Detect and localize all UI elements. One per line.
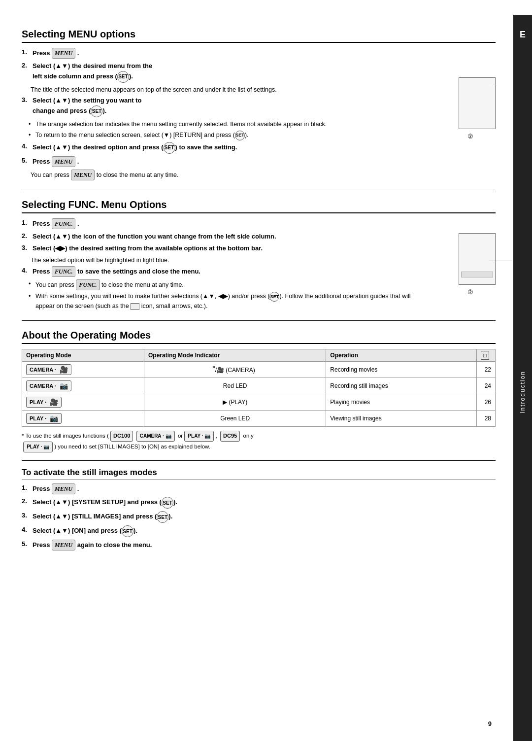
operation-rec-movies: Recording movies: [326, 362, 477, 378]
menu-key-4: MENU: [52, 483, 75, 494]
section4-title: To activate the still images modes: [22, 468, 496, 480]
section3-title: About the Operating Modes: [22, 330, 496, 344]
dc100-badge: DC100: [110, 431, 133, 442]
play-still-badge: PLAY · 📷: [26, 413, 62, 424]
operation-view-still: Viewing still images: [326, 411, 477, 427]
menu-key-5: MENU: [52, 540, 75, 550]
step-1-5-sub: You can press MENU to close the menu at …: [31, 170, 422, 180]
page-number: 9: [488, 720, 492, 727]
icon-placeholder: [131, 303, 139, 310]
set-btn-5: SET: [269, 292, 279, 302]
camera-still-badge: CAMERA · 📷: [26, 380, 71, 391]
page: Selecting MENU options 1. Press MENU . 2…: [0, 0, 532, 756]
step-2-3: 3. Select (◀▶) the desired setting from …: [22, 243, 422, 253]
table-row: CAMERA · 📷 Red LED Recording still image…: [22, 378, 496, 394]
func-key-1: FUNC.: [52, 218, 75, 229]
set-btn-7: SET: [157, 511, 168, 523]
indicator-play-rec: ▶ (PLAY): [144, 394, 326, 411]
bullet-1-3-1: The orange selection bar indicates the m…: [35, 120, 422, 129]
op-num-24: 24: [477, 378, 496, 394]
set-btn-4: SET: [164, 142, 175, 154]
col-header-mode: Operating Mode: [22, 349, 144, 362]
bullet-2-4-1: You can press FUNC. to close the menu at…: [35, 279, 422, 290]
play-rec-badge: PLAY · 🎥: [26, 397, 62, 408]
footnote: * To use the still images functions ( DC…: [22, 431, 496, 452]
func-key-3: FUNC.: [76, 279, 100, 290]
set-btn-6: SET: [162, 497, 173, 509]
section1-title: Selecting MENU options: [22, 29, 496, 43]
set-btn-3: SET: [235, 131, 245, 140]
step-1-3: 3. Select (▲▼) the setting you want toch…: [22, 96, 422, 117]
section2-steps: 1. Press FUNC. . 2. Select (▲▼) the icon…: [22, 218, 422, 313]
diagram-label-2: ②: [467, 133, 473, 140]
step-4-5: 5. Press MENU again to close the menu.: [22, 540, 496, 550]
set-btn-1: SET: [117, 71, 129, 83]
introduction-label: Introduction: [519, 371, 526, 413]
ops-table: Operating Mode Operating Mode Indicator …: [22, 349, 496, 427]
menu-key-3: MENU: [71, 170, 95, 180]
camera-rec-badge: CAMERA · 🎥: [26, 364, 71, 375]
footnote-camera-still: CAMERA · 📷: [136, 431, 175, 442]
bullet-2-4-2: With some settings, you will need to mak…: [35, 292, 422, 311]
operating-modes-section: Operating Mode Operating Mode Indicator …: [22, 349, 496, 452]
diagram-section2: ③ ②: [427, 218, 496, 285]
mode-play-rec: PLAY · 🎥: [22, 394, 144, 411]
section4-steps: 1. Press MENU . 2. Select (▲▼) [SYSTEM S…: [22, 483, 496, 550]
indicator-play-still: Green LED: [144, 411, 326, 427]
footnote-play-still: PLAY · 📷: [184, 431, 214, 442]
menu-key-1: MENU: [52, 48, 75, 59]
op-num-22: 22: [477, 362, 496, 378]
set-btn-8: SET: [122, 525, 133, 537]
step-2-3-sub: The selected option will be highlighted …: [31, 256, 422, 265]
dc95-badge: DC95: [220, 431, 240, 442]
operation-rec-still: Recording still images: [326, 378, 477, 394]
col-header-indicator: Operating Mode Indicator: [144, 349, 326, 362]
indicator-camera-still: Red LED: [144, 378, 326, 394]
step-2-2: 2. Select (▲▼) the icon of the function …: [22, 232, 422, 241]
section2-title: Selecting FUNC. Menu Options: [22, 199, 496, 213]
divider-2: [22, 320, 496, 321]
main-content: Selecting MENU options 1. Press MENU . 2…: [0, 15, 513, 741]
func-key-2: FUNC.: [52, 266, 75, 277]
step-4-1: 1. Press MENU .: [22, 483, 496, 494]
mode-play-still: PLAY · 📷: [22, 411, 144, 427]
menu-key-2: MENU: [52, 156, 75, 167]
mode-camera-still: CAMERA · 📷: [22, 378, 144, 394]
step-4-3: 3. Select (▲▼) [STILL IMAGES] and press …: [22, 511, 496, 523]
footnote-play-still-2: PLAY · 📷: [23, 442, 53, 452]
mode-camera-rec: CAMERA · 🎥: [22, 362, 144, 378]
divider-1: [22, 190, 496, 190]
step-2-4: 4. Press FUNC. to save the settings and …: [22, 266, 422, 277]
diagram2-label-2: ②: [467, 288, 473, 296]
e-label: E: [513, 26, 532, 44]
op-num-26: 26: [477, 394, 496, 411]
step-1-4: 4. Select (▲▼) the desired option and pr…: [22, 142, 422, 154]
step-1-5: 5. Press MENU .: [22, 156, 422, 167]
step-2-1: 1. Press FUNC. .: [22, 218, 422, 229]
right-tab: E Introduction: [513, 15, 532, 741]
col-header-ref: □: [477, 349, 496, 362]
table-row: CAMERA · 🎥 ᪲/🎥 (CAMERA) Recording movies…: [22, 362, 496, 378]
op-num-28: 28: [477, 411, 496, 427]
indicator-camera-rec: ᪲/🎥 (CAMERA): [144, 362, 326, 378]
bottom-bar: [461, 272, 493, 277]
col-header-operation: Operation: [326, 349, 477, 362]
diagram-section1: ③ ②: [427, 48, 496, 129]
operation-play-movies: Playing movies: [326, 394, 477, 411]
divider-3: [22, 460, 496, 461]
section1-steps: 1. Press MENU . 2. Select (▲▼) the desir…: [22, 48, 422, 182]
set-btn-2: SET: [91, 105, 102, 117]
step-1-1: 1. Press MENU .: [22, 48, 422, 59]
step-4-4: 4. Select (▲▼) [ON] and press (SET).: [22, 525, 496, 537]
step-1-2-sub: The title of the selected menu appears o…: [31, 85, 422, 95]
step-4-2: 2. Select (▲▼) [SYSTEM SETUP] and press …: [22, 497, 496, 509]
bullet-1-3-2: To return to the menu selection screen, …: [35, 131, 422, 140]
step-1-2: 2. Select (▲▼) the desired menu from the…: [22, 61, 422, 83]
table-row: PLAY · 🎥 ▶ (PLAY) Playing movies 26: [22, 394, 496, 411]
table-row: PLAY · 📷 Green LED Viewing still images …: [22, 411, 496, 427]
